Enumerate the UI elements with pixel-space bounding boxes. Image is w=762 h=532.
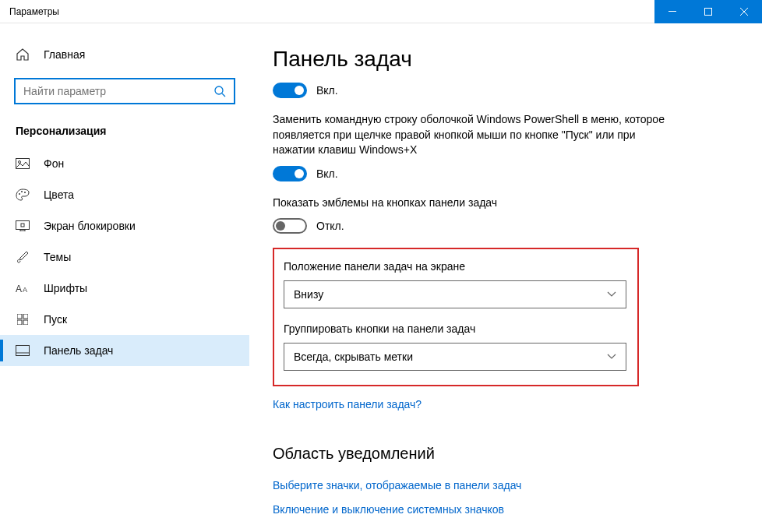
main-content: Панель задач Вкл. Заменить командную стр… [249,23,762,532]
sidebar-item-fonts[interactable]: AA Шрифты [0,273,249,304]
sidebar-item-start[interactable]: Пуск [0,304,249,335]
svg-point-4 [19,161,21,164]
window-titlebar: Параметры [0,0,762,23]
svg-point-5 [19,193,20,195]
sidebar-home[interactable]: Главная [0,39,249,70]
svg-text:A: A [16,284,22,294]
highlight-box: Положение панели задач на экране Внизу Г… [273,248,639,386]
svg-text:A: A [23,286,27,294]
svg-rect-18 [16,353,30,356]
toggle-2-description: Заменить командную строку оболочкой Wind… [273,112,678,158]
sidebar: Главная Персонализация Фон Цвета Э [0,23,249,532]
maximize-icon [704,8,712,16]
svg-point-6 [21,191,23,192]
sidebar-item-label: Шрифты [44,282,87,294]
svg-rect-13 [17,314,22,319]
sidebar-home-label: Главная [44,48,85,61]
svg-point-2 [215,86,223,94]
close-icon [740,8,748,16]
svg-rect-17 [16,346,30,356]
svg-rect-9 [20,230,25,231]
sidebar-item-taskbar[interactable]: Панель задач [0,335,249,366]
lock-screen-icon [16,220,30,231]
font-icon: AA [16,283,30,294]
svg-point-7 [24,192,26,193]
svg-rect-1 [705,8,712,15]
grouping-value: Всегда, скрывать метки [294,351,413,363]
content-area: Главная Персонализация Фон Цвета Э [0,23,762,532]
chevron-down-icon [607,291,616,298]
help-link[interactable]: Как настроить панели задач? [273,398,422,410]
taskbar-icon [16,345,30,356]
chevron-down-icon [607,354,616,360]
grouping-label: Группировать кнопки на панели задач [284,322,628,335]
search-icon [213,85,226,97]
toggle-group-1: Вкл. [273,83,731,98]
sidebar-item-colors[interactable]: Цвета [0,179,249,210]
position-label: Положение панели задач на экране [284,260,628,273]
sidebar-item-label: Экран блокировки [44,220,136,232]
toggle-3-state: Откл. [316,220,344,232]
notification-section-title: Область уведомлений [273,445,731,463]
window-title: Параметры [9,6,654,17]
toggle-1[interactable] [273,83,307,98]
minimize-icon [669,11,676,12]
sidebar-item-themes[interactable]: Темы [0,241,249,273]
brush-icon [16,251,30,263]
toggle-2-state: Вкл. [316,167,338,180]
svg-rect-16 [23,320,28,325]
grouping-dropdown[interactable]: Всегда, скрывать метки [284,343,626,371]
sidebar-section-header: Персонализация [0,118,249,148]
position-dropdown[interactable]: Внизу [284,280,626,308]
sidebar-item-label: Цвета [44,188,74,201]
sidebar-item-background[interactable]: Фон [0,148,249,179]
svg-rect-14 [23,314,28,319]
maximize-button[interactable] [690,0,726,23]
svg-rect-8 [16,221,30,230]
toggle-group-3: Показать эмблемы на кнопках панели задач… [273,196,731,234]
search-input[interactable] [23,85,213,97]
start-icon [16,314,30,325]
toggle-1-state: Вкл. [316,84,338,97]
toggle-3[interactable] [273,218,307,234]
close-button[interactable] [726,0,762,23]
page-title: Панель задач [273,47,731,72]
window-controls [654,0,762,23]
sidebar-item-label: Пуск [44,313,67,326]
svg-rect-10 [21,224,24,227]
sidebar-item-label: Темы [44,251,71,263]
minimize-button[interactable] [654,0,690,23]
home-icon [16,48,30,61]
palette-icon [16,188,30,201]
svg-rect-15 [17,320,22,325]
svg-rect-0 [669,11,676,12]
link-system-icons[interactable]: Включение и выключение системных значков [273,503,504,516]
toggle-2[interactable] [273,166,307,181]
sidebar-item-lockscreen[interactable]: Экран блокировки [0,210,249,241]
position-value: Внизу [294,288,323,301]
toggle-group-2: Заменить командную строку оболочкой Wind… [273,112,731,181]
toggle-3-description: Показать эмблемы на кнопках панели задач [273,196,678,211]
link-select-icons[interactable]: Выберите значки, отображаемые в панели з… [273,479,521,491]
search-input-container[interactable] [14,78,235,104]
sidebar-item-label: Панель задач [44,344,113,357]
image-icon [16,158,30,169]
sidebar-item-label: Фон [44,157,64,170]
